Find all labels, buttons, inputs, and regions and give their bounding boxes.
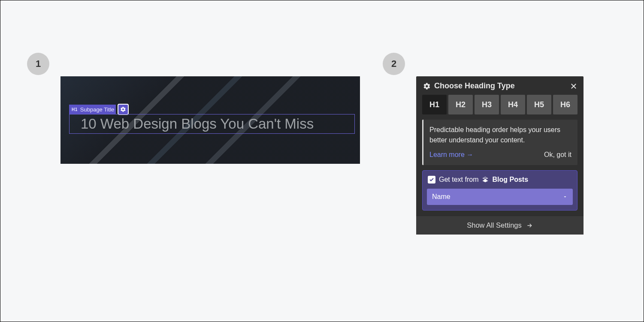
editor-canvas[interactable]: H1 Subpage Title 10 Web Design Blogs You… [60, 76, 360, 164]
tab-label: H6 [560, 100, 570, 109]
tab-label: H1 [429, 100, 439, 109]
tab-label: H3 [482, 100, 492, 109]
panel-title: Choose Heading Type [434, 81, 515, 90]
close-button[interactable] [570, 82, 577, 90]
tab-label: H2 [456, 100, 466, 109]
step-badge-1: 1 [27, 53, 49, 75]
tab-h2[interactable]: H2 [448, 95, 473, 114]
tab-h1[interactable]: H1 [422, 95, 447, 114]
selection-settings-button[interactable] [118, 104, 129, 115]
gear-icon [120, 106, 126, 112]
step-badge-2: 2 [383, 53, 405, 75]
bind-checkbox[interactable] [428, 176, 435, 184]
bind-field-select[interactable]: Name [427, 189, 573, 205]
cms-binding-section: Get text from Blog Posts Name [422, 170, 577, 211]
tab-h4[interactable]: H4 [501, 95, 525, 114]
selection-tag-label[interactable]: H1 Subpage Title [69, 105, 116, 114]
bind-prefix-label: Get text from [439, 176, 478, 184]
close-icon [570, 82, 577, 90]
selection-tag-name: Subpage Title [80, 106, 115, 113]
heading-text: 10 Web Design Blogs You Can't Miss [81, 116, 314, 132]
tab-h5[interactable]: H5 [527, 95, 551, 114]
step-number: 1 [36, 58, 41, 69]
stack-icon [482, 176, 489, 183]
tab-h6[interactable]: H6 [553, 95, 577, 114]
step-number: 2 [391, 58, 396, 69]
bind-source-name: Blog Posts [492, 176, 528, 184]
info-callout: Predictable heading order helps your use… [422, 120, 577, 165]
tab-label: H4 [508, 100, 518, 109]
learn-more-link[interactable]: Learn more → [429, 150, 473, 160]
selection-tag-badge: H1 [72, 107, 78, 112]
ok-got-it-button[interactable]: Ok, got it [544, 150, 571, 160]
gear-icon [423, 82, 431, 90]
chevron-down-icon [562, 194, 568, 199]
show-all-label: Show All Settings [467, 221, 522, 229]
heading-settings-panel: Choose Heading Type H1 H2 H3 H4 H5 H6 Pr… [416, 76, 584, 235]
selected-heading-element[interactable]: 10 Web Design Blogs You Can't Miss [69, 114, 355, 134]
arrow-right-icon [526, 222, 533, 229]
heading-level-tabs: H1 H2 H3 H4 H5 H6 [416, 95, 584, 120]
show-all-settings-button[interactable]: Show All Settings [416, 216, 584, 235]
panel-header: Choose Heading Type [416, 76, 584, 95]
tab-h3[interactable]: H3 [475, 95, 499, 114]
bind-field-value: Name [432, 193, 450, 201]
info-text: Predictable heading order helps your use… [429, 125, 571, 145]
bind-toggle-row[interactable]: Get text from Blog Posts [427, 175, 573, 184]
check-icon [429, 177, 434, 182]
tab-label: H5 [534, 100, 544, 109]
